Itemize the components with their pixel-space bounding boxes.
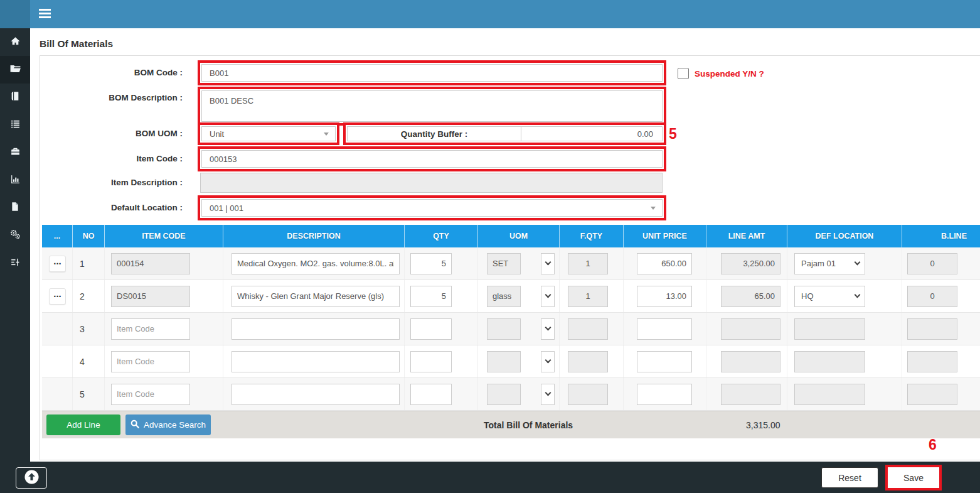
table-row: 5 <box>42 378 980 411</box>
uom-select[interactable] <box>541 286 555 307</box>
sidebar-item-reports[interactable] <box>0 166 30 194</box>
sidebar-item-briefcase[interactable] <box>0 139 30 166</box>
annotation-step-5: 5 <box>669 126 677 143</box>
qty-input[interactable] <box>410 351 452 372</box>
item-code-input[interactable] <box>111 318 190 340</box>
topbar <box>0 0 980 28</box>
column-header-line-amt: LINE AMT <box>706 225 787 247</box>
column-header-qty: QTY <box>405 225 478 247</box>
def-location-box <box>794 351 865 372</box>
qty-input[interactable] <box>410 286 452 307</box>
quantity-buffer-label: Quantity Buffer : <box>347 126 521 141</box>
fqty-input <box>568 384 608 405</box>
item-code-input[interactable] <box>201 150 663 168</box>
table-footer: Add Line Advance Search Total Bill Of Ma… <box>42 411 980 438</box>
description-input[interactable] <box>232 351 400 372</box>
row-number: 2 <box>80 291 85 301</box>
item-code-input[interactable] <box>111 351 190 372</box>
def-location-value: HQ <box>801 291 814 301</box>
line-amt-input <box>721 384 780 405</box>
description-input[interactable] <box>232 318 400 340</box>
sidebar-item-book[interactable] <box>0 84 30 111</box>
advance-search-label: Advance Search <box>144 420 206 430</box>
item-code-input[interactable] <box>111 384 190 405</box>
uom-select[interactable] <box>541 318 555 340</box>
item-description-label: Item Description : <box>40 173 183 193</box>
bom-code-label: BOM Code : <box>40 60 183 85</box>
hamburger-menu-button[interactable] <box>36 8 53 21</box>
sidebar-item-file[interactable] <box>0 194 30 222</box>
bom-description-textarea[interactable]: B001 DESC <box>201 90 663 122</box>
row-actions-button[interactable]: ... <box>49 256 66 272</box>
page-title: Bill Of Materials <box>40 38 113 50</box>
uom-input <box>487 384 521 405</box>
line-amt-input <box>721 318 780 340</box>
sidebar-item-levels[interactable] <box>0 249 30 277</box>
advance-search-button[interactable]: Advance Search <box>125 414 211 435</box>
list-icon <box>10 119 21 132</box>
bom-items-table: ...NOITEM CODEDESCRIPTIONQTYUOMF.QTYUNIT… <box>42 225 980 438</box>
total-value: 3,315.00 <box>746 411 780 439</box>
quantity-buffer-input[interactable]: 0.00 <box>521 126 663 141</box>
fqty-input <box>568 253 608 274</box>
item-description-input <box>200 173 663 193</box>
item-code-highlight <box>198 146 666 171</box>
item-code-label: Item Code : <box>40 146 183 171</box>
bom-description-label: BOM Description : <box>40 89 183 107</box>
qty-input[interactable] <box>410 253 452 274</box>
chevron-down-icon <box>855 259 861 265</box>
folder-open-icon <box>9 63 21 77</box>
sidebar-item-home[interactable] <box>0 28 30 56</box>
unit-price-input[interactable] <box>637 384 692 405</box>
annotation-step-6: 6 <box>929 436 937 453</box>
sidebar-item-list[interactable] <box>0 111 30 139</box>
scroll-top-button[interactable] <box>16 467 47 489</box>
bom-uom-select[interactable]: Unit <box>201 126 336 141</box>
default-location-value: 001 | 001 <box>210 203 243 213</box>
unit-price-input[interactable] <box>637 351 692 372</box>
column-header-f-qty: F.QTY <box>560 225 624 247</box>
def-location-select[interactable]: HQ <box>794 286 865 307</box>
column-header-b-line: B.LINE <box>902 225 980 247</box>
search-icon <box>130 420 139 430</box>
chevron-down-icon <box>545 357 551 364</box>
bottom-action-bar: Reset Save <box>0 462 980 493</box>
add-line-button[interactable]: Add Line <box>46 414 120 435</box>
uom-select[interactable] <box>541 253 555 274</box>
bom-code-input[interactable] <box>201 64 663 82</box>
sidebar <box>0 28 30 493</box>
unit-price-input[interactable] <box>637 318 692 340</box>
save-button-highlight: Save <box>885 465 942 490</box>
sidebar-item-settings[interactable] <box>0 222 30 249</box>
chevron-down-icon <box>855 291 861 298</box>
unit-price-input[interactable] <box>637 286 692 307</box>
fqty-input <box>568 351 608 372</box>
bom-form-panel: BOM Code : BOM Description : B001 DESC B… <box>40 55 980 460</box>
row-actions-button[interactable]: ... <box>49 288 66 305</box>
caret-down-icon <box>651 207 656 210</box>
suspended-label: Suspended Y/N ? <box>695 69 764 79</box>
default-location-select[interactable]: 001 | 001 <box>201 199 663 217</box>
bline-input <box>907 318 957 340</box>
uom-select[interactable] <box>541 351 555 372</box>
qty-input[interactable] <box>410 384 452 405</box>
unit-price-input[interactable] <box>637 253 692 274</box>
description-input[interactable] <box>232 253 400 274</box>
uom-input <box>487 253 521 274</box>
save-button[interactable]: Save <box>889 469 938 487</box>
column-header-actions: ... <box>42 225 73 247</box>
logo-area <box>0 0 30 28</box>
description-input[interactable] <box>232 384 400 405</box>
def-location-select[interactable]: Pajam 01 <box>794 253 865 274</box>
bline-input <box>907 351 957 372</box>
row-number: 3 <box>80 324 85 334</box>
sidebar-item-documents[interactable] <box>0 56 30 84</box>
description-input[interactable] <box>232 286 400 307</box>
qty-input[interactable] <box>410 318 452 340</box>
fqty-input <box>568 286 608 307</box>
briefcase-icon <box>10 146 21 160</box>
uom-select[interactable] <box>541 384 555 405</box>
suspended-checkbox[interactable] <box>678 68 689 79</box>
reset-button[interactable]: Reset <box>821 467 878 488</box>
line-amt-input <box>721 286 780 307</box>
